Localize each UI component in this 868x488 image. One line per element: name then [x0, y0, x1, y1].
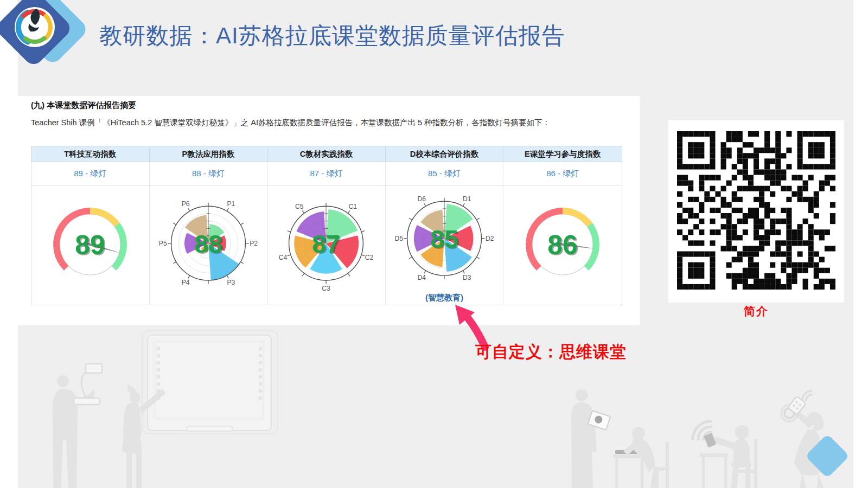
- clicker-wifi-icon: [802, 391, 812, 400]
- svg-text:D5: D5: [395, 235, 404, 242]
- document-camera: [74, 364, 102, 404]
- qr-panel: [668, 120, 844, 303]
- table-value-cell-T: 89 - 绿灯: [31, 162, 150, 186]
- svg-text:P1: P1: [227, 200, 235, 208]
- svg-text:85: 85: [430, 225, 458, 253]
- qr-code: [677, 131, 835, 292]
- table-header-cell-D: D校本综合评价指数: [386, 146, 504, 162]
- page-title: 教研数据：AI苏格拉底课堂数据质量评估报告: [99, 21, 565, 51]
- svg-text:D1: D1: [463, 195, 471, 203]
- whiteboard: [148, 335, 271, 431]
- chart-cell-T: 8989: [31, 186, 150, 305]
- svg-text:D6: D6: [417, 195, 426, 203]
- summary-table: T科技互动指数 P教法应用指数 C教材实践指数 D校本综合评价指数 E课堂学习参…: [31, 146, 622, 305]
- svg-text:87: 87: [312, 230, 340, 258]
- intro-text: Teacher Shih 课例「《HiTeach 5.2 智慧课堂双绿灯秘笈》」…: [31, 118, 550, 128]
- svg-text:C4: C4: [279, 254, 288, 261]
- svg-text:C5: C5: [296, 203, 304, 210]
- svg-text:P3: P3: [227, 279, 235, 286]
- svg-text:P6: P6: [182, 200, 190, 208]
- polar-chart-D: D1D2D3D4D5D68585: [391, 183, 498, 298]
- teacher-silhouette-right: [571, 389, 603, 488]
- chart-cell-C: C1C2C3C4C58787: [267, 186, 386, 305]
- gauge-chart-E: 8686: [516, 198, 609, 293]
- annotation-text: 可自定义：思维课堂: [475, 341, 627, 363]
- whiteboard-tray: [187, 426, 232, 431]
- teacher-silhouette-left: [53, 375, 95, 488]
- qr-caption: 简介: [668, 304, 844, 319]
- svg-text:D3: D3: [463, 274, 471, 281]
- chart-cell-P: P1P2P3P4P5P68888: [150, 186, 268, 305]
- table-header-cell-T: T科技互动指数: [31, 146, 150, 162]
- content-card: (九) 本课堂数据评估报告摘要 Teacher Shih 课例「《HiTeach…: [18, 96, 640, 325]
- table-value-cell-C: 87 - 绿灯: [267, 162, 386, 186]
- chart-cell-E: 8686: [503, 186, 622, 305]
- table-header-cell-C: C教材实践指数: [267, 146, 386, 162]
- ai-sokrates-brush-logo: [0, 0, 91, 78]
- svg-text:D2: D2: [486, 235, 494, 242]
- svg-text:89: 89: [75, 229, 105, 260]
- table-value-cell-P: 88 - 绿灯: [150, 162, 268, 186]
- polar-chart-P: P1P2P3P4P5P68888: [155, 188, 262, 303]
- table-header-cell-E: E课堂学习参与度指数: [503, 146, 622, 162]
- page: { "header": { "title": "教研数据：AI苏格拉底课堂数据质…: [0, 0, 868, 488]
- table-value-cell-E: 86 - 绿灯: [503, 162, 622, 186]
- svg-text:C3: C3: [322, 285, 331, 292]
- polar-chart-C: C1C2C3C4C58787: [272, 188, 380, 303]
- svg-text:P5: P5: [159, 240, 167, 247]
- svg-text:P4: P4: [182, 279, 190, 286]
- svg-text:D4: D4: [417, 274, 426, 281]
- student-at-desk-1: [613, 427, 669, 488]
- chart-cell-D: D1D2D3D4D5D68585 (智慧教育): [386, 186, 504, 305]
- student-at-desk-2: [700, 425, 757, 488]
- section-heading: (九) 本课堂数据评估报告摘要: [31, 100, 136, 111]
- svg-text:C2: C2: [365, 254, 374, 261]
- table-header-cell-P: P教法应用指数: [150, 146, 268, 162]
- svg-text:P2: P2: [250, 240, 258, 247]
- gauge-chart-T: 8989: [43, 198, 137, 293]
- svg-text:86: 86: [547, 229, 577, 260]
- svg-text:C1: C1: [349, 203, 358, 210]
- svg-text:88: 88: [194, 230, 222, 258]
